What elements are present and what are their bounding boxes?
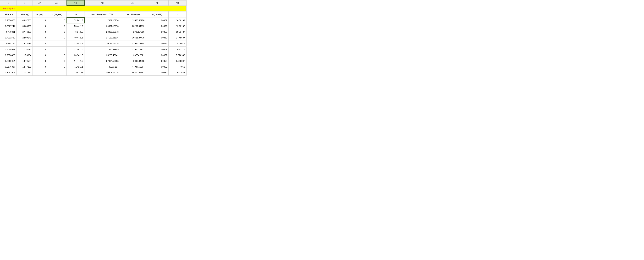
- cell-z-2[interactable]: 27.46308: [16, 29, 33, 35]
- cell-ab-6[interactable]: 0: [47, 52, 67, 58]
- cell-z-7[interactable]: 13.74534: [16, 58, 33, 64]
- cell-ag-0[interactable]: 16.60169: [168, 17, 186, 23]
- cell-af-2[interactable]: 0.0352: [146, 29, 168, 35]
- flow-angles-row: flow angles: [0, 5, 186, 11]
- cell-ag-8[interactable]: -4.4953: [168, 64, 186, 70]
- cell-aa-1[interactable]: 0: [33, 23, 47, 29]
- cell-af-7[interactable]: 0.0352: [146, 58, 168, 64]
- cell-ab-9[interactable]: 0: [47, 70, 67, 76]
- cell-ac-2[interactable]: 46.94215: [67, 29, 84, 35]
- cell-ab-4[interactable]: 0: [47, 41, 67, 46]
- col-header-ae[interactable]: AE: [120, 0, 146, 5]
- cell-y-2[interactable]: 0.479321: [0, 29, 16, 35]
- cell-y-9[interactable]: 0.1991907: [0, 70, 16, 76]
- cell-af-9[interactable]: 0.0352: [146, 70, 168, 76]
- cell-ab-3[interactable]: 0: [47, 35, 67, 41]
- cell-ad-5[interactable]: 32836.49905: [84, 46, 120, 52]
- cell-ac-1[interactable]: 53.44215: [67, 23, 84, 29]
- cell-ae-3[interactable]: 30626.87478: [120, 35, 146, 41]
- cell-ag-9[interactable]: -9.93544: [168, 70, 186, 76]
- cell-af-5[interactable]: 0.0352: [146, 46, 168, 52]
- cell-z-8[interactable]: 12.47265: [16, 64, 33, 70]
- cell-z-5[interactable]: 17.24024: [16, 46, 33, 52]
- cell-ae-2[interactable]: 27001.7696: [120, 29, 146, 35]
- cell-ab-8[interactable]: 0: [47, 64, 67, 70]
- col-header-z[interactable]: Z: [16, 0, 33, 5]
- cell-ad-3[interactable]: 27138.86136: [84, 35, 120, 41]
- cell-aa-8[interactable]: 0: [33, 64, 47, 70]
- cell-ag-1[interactable]: 19.63132: [168, 23, 186, 29]
- cell-z-4[interactable]: 19.72116: [16, 41, 33, 46]
- cell-aa-4[interactable]: 0: [33, 41, 47, 46]
- cell-ag-5[interactable]: 10.23711: [168, 46, 186, 52]
- cell-y-1[interactable]: 0.5907244: [0, 23, 16, 29]
- cell-aa-9[interactable]: 0: [33, 70, 47, 76]
- cell-z-0[interactable]: 43.37566: [16, 17, 33, 23]
- cell-ae-9[interactable]: 45600.23161: [120, 70, 146, 76]
- cell-af-1[interactable]: 0.0352: [146, 23, 168, 29]
- cell-z-6[interactable]: 15.3004: [16, 52, 33, 58]
- cell-ad-4[interactable]: 30127.06735: [84, 41, 120, 46]
- cell-ac-8[interactable]: 7.942151: [67, 64, 84, 70]
- cell-y-3[interactable]: 0.4012769: [0, 35, 16, 41]
- cell-af-0[interactable]: 0.0352: [146, 17, 168, 23]
- cell-ag-4[interactable]: 14.25619: [168, 41, 186, 46]
- cell-ae-1[interactable]: 23237.64212: [120, 23, 146, 29]
- cell-ac-9[interactable]: 1.442151: [67, 70, 84, 76]
- col-header-ac[interactable]: AC: [67, 0, 84, 5]
- cell-ag-7[interactable]: 0.732007: [168, 58, 186, 64]
- cell-y-7[interactable]: 0.2399014: [0, 58, 16, 64]
- cell-z-3[interactable]: 22.99148: [16, 35, 33, 41]
- cell-aa-7[interactable]: 0: [33, 58, 47, 64]
- cell-ab-1[interactable]: 0: [47, 23, 67, 29]
- cell-ac-4[interactable]: 33.94215: [67, 41, 84, 46]
- cell-ae-6[interactable]: 39764.0821: [120, 52, 146, 58]
- cell-y-4[interactable]: 0.344199: [0, 41, 16, 46]
- cell-ad-7[interactable]: 37304.50098: [84, 58, 120, 64]
- cell-y-6[interactable]: 0.2670423: [0, 52, 16, 58]
- cell-ac-0[interactable]: 59.94215: [67, 17, 84, 23]
- cell-ag-6[interactable]: 5.676946: [168, 52, 186, 58]
- cell-ae-5[interactable]: 37056.79951: [120, 46, 146, 52]
- col-header-ad[interactable]: AD: [84, 0, 120, 5]
- col-header-ab[interactable]: AB: [47, 0, 67, 5]
- cell-y-5[interactable]: 0.3008989: [0, 46, 16, 52]
- cell-af-8[interactable]: 0.0352: [146, 64, 168, 70]
- cell-aa-3[interactable]: 0: [33, 35, 47, 41]
- cell-ad-8[interactable]: 39031.124: [84, 64, 120, 70]
- cell-ad-6[interactable]: 35235.45641: [84, 52, 120, 58]
- cell-ag-2[interactable]: 19.51427: [168, 29, 186, 35]
- col-header-aa[interactable]: AA: [33, 0, 47, 5]
- cell-ae-8[interactable]: 44047.58664: [120, 64, 146, 70]
- cell-y-8[interactable]: 0.2176887: [0, 64, 16, 70]
- col-header-af[interactable]: AF: [146, 0, 168, 5]
- cell-ae-0[interactable]: 19558.58278: [120, 17, 146, 23]
- cell-ad-0[interactable]: 17331.10774: [84, 17, 120, 23]
- cell-ad-1[interactable]: 20591.16878: [84, 23, 120, 29]
- cell-ac-5[interactable]: 27.44215: [67, 46, 84, 52]
- cell-ac-6[interactable]: 20.94215: [67, 52, 84, 58]
- cell-ab-2[interactable]: 0: [47, 29, 67, 35]
- cell-z-1[interactable]: 33.84603: [16, 23, 33, 29]
- cell-ac-3[interactable]: 40.44215: [67, 35, 84, 41]
- cell-ag-3[interactable]: 17.48587: [168, 35, 186, 41]
- cell-ae-7[interactable]: 42099.04995: [120, 58, 146, 64]
- cell-ab-0[interactable]: 0: [47, 17, 67, 23]
- cell-af-3[interactable]: 0.0352: [146, 35, 168, 41]
- col-header-y[interactable]: Y: [0, 0, 16, 5]
- cell-ad-9[interactable]: 40406.94235: [84, 70, 120, 76]
- cell-ab-7[interactable]: 0: [47, 58, 67, 64]
- cell-ab-5[interactable]: 0: [47, 46, 67, 52]
- cell-af-6[interactable]: 0.0352: [146, 52, 168, 58]
- cell-ae-4[interactable]: 33999.13898: [120, 41, 146, 46]
- cell-aa-5[interactable]: 0: [33, 46, 47, 52]
- cell-aa-6[interactable]: 0: [33, 52, 47, 58]
- cell-z-9[interactable]: 11.41279: [16, 70, 33, 76]
- cell-af-4[interactable]: 0.0352: [146, 41, 168, 46]
- cell-y-0[interactable]: 0.7570478: [0, 17, 16, 23]
- col-header-ag[interactable]: AG: [168, 0, 186, 5]
- cell-aa-2[interactable]: 0: [33, 29, 47, 35]
- cell-ad-2[interactable]: 23926.60978: [84, 29, 120, 35]
- cell-aa-0[interactable]: 0: [33, 17, 47, 23]
- cell-ac-7[interactable]: 14.44215: [67, 58, 84, 64]
